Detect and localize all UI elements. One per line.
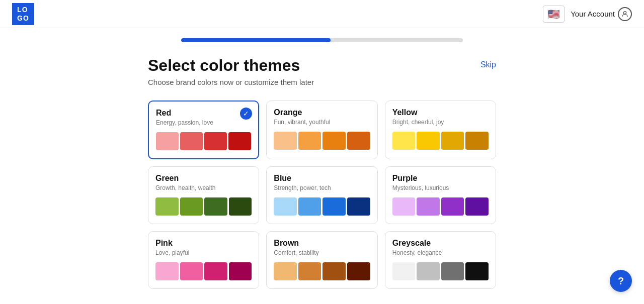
theme-card-greyscale[interactable]: Greyscale Honesty, elegance: [385, 231, 496, 289]
theme-desc: Fun, vibrant, youthful: [274, 119, 370, 126]
color-swatch: [180, 262, 203, 280]
theme-name: Green: [155, 174, 252, 183]
theme-desc: Energy, passion, love: [156, 119, 251, 126]
color-swatch: [392, 132, 416, 150]
title-row: Select color themes Skip: [148, 56, 496, 75]
theme-card-blue[interactable]: Blue Strength, power, tech: [266, 166, 377, 224]
theme-grid: ✓ Red Energy, passion, love Orange Fun, …: [148, 100, 496, 289]
header: LO GO 🇺🇸 Your Account: [0, 0, 644, 28]
theme-name: Greyscale: [392, 239, 489, 248]
color-swatches: [274, 262, 370, 280]
subtitle: Choose brand colors now or customize the…: [148, 78, 496, 86]
theme-card-red[interactable]: ✓ Red Energy, passion, love: [148, 100, 259, 159]
color-swatch: [228, 132, 251, 150]
color-swatch: [392, 197, 416, 216]
theme-name: Yellow: [392, 108, 489, 117]
color-swatch: [347, 262, 370, 280]
color-swatch: [298, 132, 321, 150]
theme-card-brown[interactable]: Brown Comfort, stability: [266, 231, 377, 289]
color-swatch: [298, 197, 321, 216]
account-link[interactable]: Your Account: [571, 7, 632, 21]
color-swatch: [347, 132, 370, 150]
skip-link[interactable]: Skip: [480, 60, 496, 69]
selected-check-icon: ✓: [240, 108, 252, 120]
theme-desc: Growth, health, wealth: [155, 184, 252, 191]
theme-desc: Comfort, stability: [274, 249, 370, 256]
color-swatches: [274, 132, 370, 150]
theme-desc: Mysterious, luxurious: [392, 184, 489, 191]
color-swatch: [441, 132, 464, 150]
color-swatches: [156, 132, 251, 150]
color-swatch: [155, 197, 179, 216]
theme-card-purple[interactable]: Purple Mysterious, luxurious: [385, 166, 496, 224]
color-swatch: [417, 262, 440, 280]
color-swatch: [229, 262, 252, 280]
language-selector[interactable]: 🇺🇸: [543, 6, 565, 23]
color-swatch: [465, 197, 489, 216]
color-swatch: [441, 197, 464, 216]
color-swatch: [274, 132, 297, 150]
color-swatch: [156, 132, 179, 150]
account-label: Your Account: [571, 10, 615, 18]
color-swatch: [204, 132, 227, 150]
color-swatches: [274, 197, 370, 216]
color-swatch: [417, 197, 440, 216]
theme-card-green[interactable]: Green Growth, health, wealth: [148, 166, 259, 224]
help-button[interactable]: ?: [610, 270, 632, 292]
theme-desc: Strength, power, tech: [274, 184, 370, 191]
progress-bar-fill: [181, 38, 331, 42]
color-swatch: [465, 262, 489, 280]
theme-desc: Honesty, elegance: [392, 249, 489, 256]
theme-card-orange[interactable]: Orange Fun, vibrant, youthful: [266, 100, 377, 159]
theme-name: Brown: [274, 239, 370, 248]
color-swatches: [392, 132, 489, 150]
color-swatch: [204, 262, 227, 280]
color-swatch: [274, 262, 297, 280]
color-swatch: [298, 262, 321, 280]
color-swatch: [323, 197, 346, 216]
svg-point-0: [623, 11, 626, 14]
color-swatches: [155, 262, 252, 280]
color-swatch: [441, 262, 464, 280]
theme-card-yellow[interactable]: Yellow Bright, cheerful, joy: [385, 100, 496, 159]
color-swatch: [180, 132, 203, 150]
user-icon: [618, 7, 632, 21]
color-swatch: [392, 262, 416, 280]
theme-desc: Bright, cheerful, joy: [392, 119, 489, 126]
color-swatch: [274, 197, 297, 216]
color-swatches: [392, 262, 489, 280]
color-swatch: [417, 132, 440, 150]
theme-desc: Love, playful: [155, 249, 252, 256]
main-content: Select color themes Skip Choose brand co…: [136, 46, 508, 304]
color-swatch: [323, 132, 346, 150]
color-swatches: [155, 197, 252, 216]
color-swatch: [347, 197, 370, 216]
color-swatch: [155, 262, 179, 280]
page-title: Select color themes: [148, 56, 300, 75]
color-swatch: [204, 197, 227, 216]
color-swatch: [229, 197, 252, 216]
theme-name: Blue: [274, 174, 370, 183]
color-swatch: [465, 132, 489, 150]
theme-name: Purple: [392, 174, 489, 183]
progress-bar-background: [181, 38, 463, 42]
progress-bar-container: [0, 28, 644, 46]
theme-name: Red: [156, 109, 251, 118]
theme-name: Orange: [274, 108, 370, 117]
color-swatch: [180, 197, 203, 216]
header-right: 🇺🇸 Your Account: [543, 6, 632, 23]
flag-icon: 🇺🇸: [547, 8, 560, 20]
theme-card-pink[interactable]: Pink Love, playful: [148, 231, 259, 289]
color-swatches: [392, 197, 489, 216]
color-swatch: [323, 262, 346, 280]
theme-name: Pink: [155, 239, 252, 248]
logo[interactable]: LO GO: [12, 3, 34, 25]
